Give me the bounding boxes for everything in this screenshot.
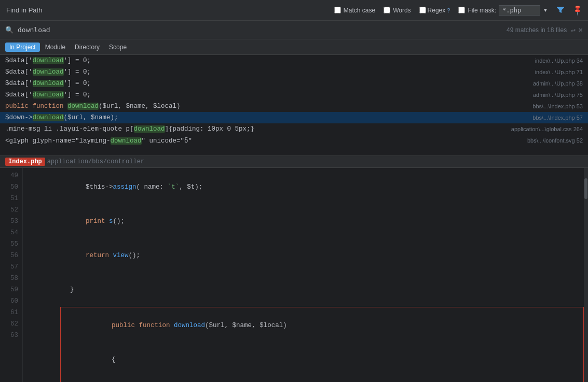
regex-label: Regex	[428, 7, 446, 14]
table-row[interactable]: $data['download'] = 0; admin\...\Up.php …	[0, 89, 588, 101]
result-file: bbs\...\Index.php 53	[532, 103, 583, 109]
code-line: print s();	[29, 204, 584, 238]
table-row[interactable]: public function download($url, $name, $l…	[0, 101, 588, 112]
file-mask-dropdown-icon[interactable]: ▼	[543, 7, 548, 13]
table-row[interactable]: $data['download'] = 0; index\...\Up.php …	[0, 55, 588, 66]
code-line: }	[29, 273, 584, 307]
result-code: $data['download'] = 0;	[5, 80, 533, 87]
search-enter-icon[interactable]: ↵	[571, 25, 575, 34]
code-content: $this->assign( name: `t`, $t); print s()…	[23, 168, 584, 382]
result-code: <glyph glyph-name="layming-download" uni…	[5, 136, 527, 145]
result-file: admin\...\Up.php 75	[533, 92, 583, 98]
result-file: application\...\global.css 264	[511, 126, 583, 132]
search-options: Match case Words Regex ? File mask: ▼ 📌	[334, 5, 582, 16]
line-numbers: 49 50 51 52 53 54 55 56 57 58 59 60 61 6…	[0, 168, 23, 382]
code-line: public function download($url, $name, $l…	[61, 308, 583, 343]
result-file: index\...\Up.php 71	[535, 69, 583, 75]
match-case-label: Match case	[344, 7, 375, 14]
result-file: admin\...\Up.php 38	[533, 80, 583, 87]
words-checkbox[interactable]	[384, 7, 390, 13]
table-row[interactable]: <glyph glyph-name="layming-download" uni…	[0, 135, 588, 146]
code-line: {	[61, 343, 583, 377]
header-bar: Find in Path Match case Words Regex ? Fi…	[0, 0, 588, 21]
file-mask-input[interactable]	[499, 5, 540, 16]
code-line: return view();	[29, 238, 584, 273]
breadcrumb-path: application/bbs/controller	[47, 158, 144, 165]
words-label: Words	[393, 7, 411, 14]
regex-option[interactable]: Regex ?	[419, 7, 450, 14]
tab-scope[interactable]: Scope	[105, 43, 131, 52]
code-view: 49 50 51 52 53 54 55 56 57 58 59 60 61 6…	[0, 168, 588, 382]
tab-module[interactable]: Module	[41, 43, 70, 52]
file-mask-group: File mask: ▼	[458, 5, 548, 16]
file-mask-checkbox[interactable]	[458, 7, 465, 13]
code-line: $down = new Http();	[61, 377, 583, 382]
scrollbar[interactable]	[584, 168, 588, 382]
filter-icon[interactable]	[556, 5, 565, 16]
search-close-icon[interactable]: ✕	[579, 25, 583, 34]
breadcrumb: Index.php application/bbs/controller	[0, 156, 588, 168]
result-file: bbs\...\Index.php 57	[532, 115, 583, 121]
match-case-option[interactable]: Match case	[334, 7, 375, 14]
result-code: $data['download'] = 0;	[5, 57, 535, 64]
tab-in-project[interactable]: In Project	[5, 43, 40, 52]
result-code: $data['download'] = 0;	[5, 91, 533, 98]
result-code: $data['download'] = 0;	[5, 68, 535, 76]
tab-directory[interactable]: Directory	[71, 43, 104, 52]
table-row[interactable]: .mine-msg li .layui-elem-quote p[downloa…	[0, 123, 588, 135]
results-list[interactable]: $data['download'] = 0; index\...\Up.php …	[0, 55, 588, 156]
code-line: $this->assign( name: `t`, $t);	[29, 170, 584, 204]
match-case-checkbox[interactable]	[334, 7, 341, 13]
search-results-count: 49 matches in 18 files	[507, 26, 567, 34]
table-row[interactable]: $data['download'] = 0; admin\...\Up.php …	[0, 78, 588, 89]
table-row[interactable]: $data['download'] = 0; index\...\Up.php …	[0, 66, 588, 78]
regex-help-icon[interactable]: ?	[447, 7, 450, 13]
result-code: public function download($url, $name, $l…	[5, 103, 532, 110]
search-magnifier-icon: 🔍	[5, 26, 13, 34]
words-option[interactable]: Words	[384, 7, 411, 14]
result-code: .mine-msg li .layui-elem-quote p[downloa…	[5, 125, 511, 133]
pin-icon[interactable]: 📌	[571, 4, 583, 16]
regex-checkbox[interactable]	[419, 7, 426, 13]
file-mask-label: File mask:	[468, 7, 496, 14]
result-code: $down->download($url, $name);	[5, 114, 532, 121]
search-input[interactable]	[18, 26, 507, 34]
search-bar: 🔍 49 matches in 18 files ↵ ✕	[0, 21, 588, 39]
scrollbar-thumb[interactable]	[584, 178, 587, 199]
table-row[interactable]: $down->download($url, $name); bbs\...\In…	[0, 112, 588, 123]
breadcrumb-file: Index.php	[5, 158, 45, 166]
result-file: bbs\...\iconfont.svg 52	[527, 137, 583, 144]
result-file: index\...\Up.php 34	[535, 58, 583, 64]
scope-tabs: In Project Module Directory Scope	[0, 39, 588, 55]
panel-title: Find in Path	[6, 6, 42, 14]
